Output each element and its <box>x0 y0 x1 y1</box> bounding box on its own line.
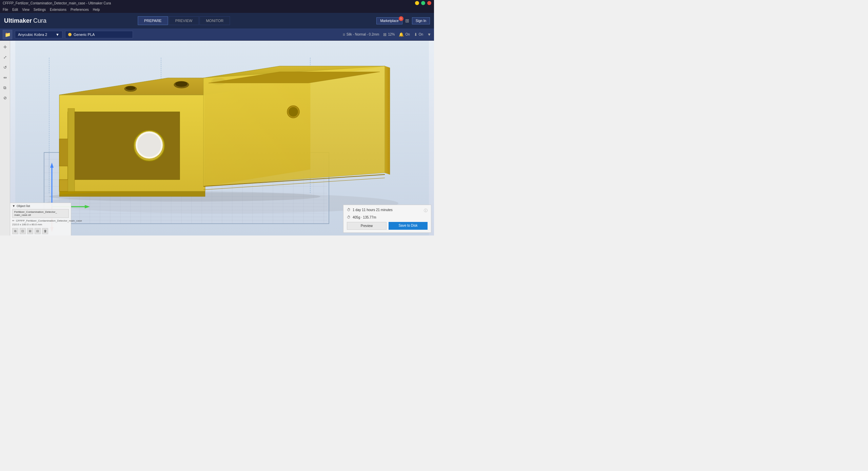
printer-selector[interactable]: Anycubic Kobra 2 ▼ <box>15 31 62 38</box>
object-list-item[interactable]: Fertilizer_Contamination_Detector_main_c… <box>12 209 69 218</box>
obj-action-copy[interactable]: ⊟ <box>35 228 41 234</box>
tool-per-model[interactable]: ⧉ <box>1 84 9 91</box>
print-stats-row: ⏱ 405g · 135.77m <box>347 215 428 219</box>
print-time-label: 1 day 11 hours 21 minutes <box>353 208 393 212</box>
material-selector[interactable]: Generic PLA <box>65 31 133 38</box>
minimize-button[interactable] <box>415 1 419 5</box>
nav-tabs: PREPARE PREVIEW MONITOR <box>138 16 230 25</box>
header: Ultimaker Cura PREPARE PREVIEW MONITOR M… <box>0 13 434 28</box>
printer-dropdown-icon: ▼ <box>56 33 59 37</box>
print-panel-header: ⏱ 1 day 11 hours 21 minutes ⓘ <box>347 208 428 213</box>
menu-extensions[interactable]: Extensions <box>50 8 66 12</box>
printer-name: Anycubic Kobra 2 <box>18 33 47 37</box>
tab-monitor[interactable]: MONITOR <box>199 16 230 25</box>
preview-button[interactable]: Preview <box>347 222 387 230</box>
menu-file[interactable]: File <box>3 8 8 12</box>
toolbar-dropdown-icon[interactable]: ▼ <box>427 32 431 37</box>
weight-icon: ⏱ <box>347 215 351 219</box>
grid-icon[interactable]: ⊞ <box>405 18 409 23</box>
infill-label: 12% <box>388 33 395 36</box>
obj-action-split[interactable]: ⊡ <box>20 228 26 234</box>
obj-action-merge[interactable]: ⊞ <box>27 228 33 234</box>
menu-settings[interactable]: Settings <box>34 8 46 12</box>
object-list-label: Object list <box>17 204 30 208</box>
logo-cura: Cura <box>33 17 46 24</box>
print-time-row: ⏱ 1 day 11 hours 21 minutes <box>347 208 393 212</box>
viewport[interactable]: ▼ Object list Fertilizer_Contamination_D… <box>10 41 434 236</box>
infill-setting[interactable]: ⊠ 12% <box>383 32 395 37</box>
marketplace-badge: 1 <box>399 16 403 21</box>
object-actions: ⧉ ⊡ ⊞ ⊟ 🗑 <box>12 228 69 234</box>
collapse-icon[interactable]: ▼ <box>12 204 15 208</box>
tool-move[interactable]: ✛ <box>1 43 9 51</box>
tool-mirror[interactable]: ⇔ <box>1 74 9 81</box>
svg-point-66 <box>137 133 161 157</box>
main-area: ✛ ⤢ ↺ ⇔ ⧉ ⊘ <box>0 41 434 236</box>
tab-preview[interactable]: PREVIEW <box>169 16 199 25</box>
signin-button[interactable]: Sign In <box>412 17 430 24</box>
close-button[interactable] <box>427 1 431 5</box>
support-icon: 🔔 <box>399 32 404 37</box>
menu-help[interactable]: Help <box>93 8 100 12</box>
object-dimensions: 210.0 x 160.0 x 80.0 mm <box>12 223 69 226</box>
folder-button[interactable]: 📁 <box>3 30 12 39</box>
marketplace-button[interactable]: Marketplace 1 <box>376 17 402 24</box>
maximize-button[interactable] <box>421 1 425 5</box>
time-icon: ⏱ <box>347 208 351 212</box>
object-name-edit: ✏ CFFFP_Fertilizer_Contamination_Detecto… <box>12 219 69 222</box>
material-name: Generic PLA <box>74 33 95 37</box>
tab-prepare[interactable]: PREPARE <box>138 16 168 25</box>
menu-bar: File Edit View Settings Extensions Prefe… <box>0 6 434 13</box>
svg-point-76 <box>49 191 320 202</box>
tool-rotate[interactable]: ↺ <box>1 64 9 71</box>
header-right: Marketplace 1 ⊞ Sign In <box>376 17 430 24</box>
material-color-dot <box>68 33 72 36</box>
profile-label: Silk - Normal - 0.2mm <box>347 33 379 36</box>
title-bar-controls <box>415 1 431 5</box>
menu-edit[interactable]: Edit <box>12 8 18 12</box>
logo-ultimaker: Ultimaker <box>4 17 32 24</box>
toolbar: 📁 Anycubic Kobra 2 ▼ Generic PLA ≡ Silk … <box>0 28 434 41</box>
svg-point-75 <box>289 107 298 117</box>
adhesion-setting[interactable]: ⬇ On <box>414 32 423 37</box>
panel-info-icon[interactable]: ⓘ <box>424 208 428 213</box>
tool-scale[interactable]: ⤢ <box>1 54 9 61</box>
edit-icon[interactable]: ✏ <box>12 219 15 222</box>
print-stats-label: 405g · 135.77m <box>353 216 376 219</box>
svg-marker-70 <box>385 66 390 175</box>
infill-icon: ⊠ <box>383 32 387 37</box>
profile-setting[interactable]: ≡ Silk - Normal - 0.2mm <box>343 32 379 37</box>
support-label: On <box>405 33 410 36</box>
logo: Ultimaker Cura <box>4 17 46 24</box>
menu-view[interactable]: View <box>22 8 29 12</box>
object-full-name: CFFFP_Fertilizer_Contamination_Detector_… <box>16 219 82 222</box>
profile-icon: ≡ <box>343 32 345 37</box>
title-bar: CFFFP_Fertilizer_Contamination_Detector_… <box>0 0 434 6</box>
svg-marker-69 <box>203 66 385 186</box>
obj-action-arrange[interactable]: ⧉ <box>12 228 18 234</box>
object-panel-header: ▼ Object list <box>12 204 69 208</box>
save-to-disk-button[interactable]: Save to Disk <box>389 222 428 230</box>
adhesion-label: On <box>419 33 423 36</box>
svg-rect-63 <box>68 108 75 193</box>
print-panel: ⏱ 1 day 11 hours 21 minutes ⓘ ⏱ 405g · 1… <box>343 205 431 233</box>
print-buttons: Preview Save to Disk <box>347 222 428 230</box>
settings-right: ≡ Silk - Normal - 0.2mm ⊠ 12% 🔔 On ⬇ On … <box>343 32 431 37</box>
tool-support-blocker[interactable]: ⊘ <box>1 94 9 102</box>
obj-action-delete[interactable]: 🗑 <box>42 228 48 234</box>
svg-point-59 <box>126 86 135 90</box>
title-bar-title: CFFFP_Fertilizer_Contamination_Detector_… <box>3 1 111 5</box>
left-sidebar: ✛ ⤢ ↺ ⇔ ⧉ ⊘ <box>0 41 10 236</box>
menu-preferences[interactable]: Preferences <box>71 8 89 12</box>
object-panel: ▼ Object list Fertilizer_Contamination_D… <box>10 203 71 236</box>
support-setting[interactable]: 🔔 On <box>399 32 410 37</box>
svg-point-55 <box>175 81 188 87</box>
adhesion-icon: ⬇ <box>414 32 417 37</box>
